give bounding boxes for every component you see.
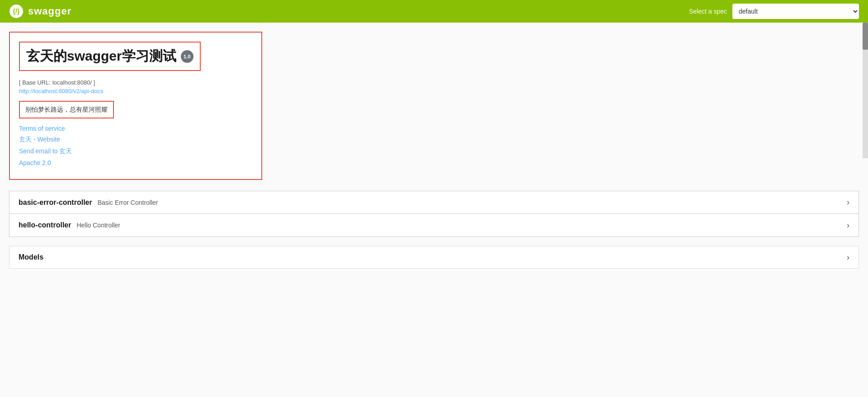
svg-text:{/}: {/} — [13, 8, 20, 15]
controllers-section: basic-error-controller Basic Error Contr… — [9, 191, 859, 237]
main-content: 玄天的swagger学习测试 1.0 [ Base URL: localhost… — [0, 23, 868, 397]
chevron-right-icon: › — [847, 198, 849, 207]
controllers-wrapper: basic-error-controller Basic Error Contr… — [9, 191, 859, 237]
license-link[interactable]: Apache 2.0 — [19, 159, 252, 166]
brand-name: swagger — [28, 5, 71, 17]
info-block: 玄天的swagger学习测试 1.0 [ Base URL: localhost… — [9, 32, 262, 180]
controller-description-hello: Hello Controller — [76, 222, 120, 229]
email-link[interactable]: Send email to 玄天 — [19, 147, 252, 156]
terms-of-service-link[interactable]: Terms of service — [19, 125, 252, 132]
swagger-logo-icon: {/} — [9, 4, 24, 19]
controller-left: hello-controller Hello Controller — [19, 221, 120, 229]
app-header: {/} swagger Select a spec default — [0, 0, 868, 23]
select-spec-label: Select a spec — [689, 8, 727, 15]
models-section: Models › — [9, 246, 859, 269]
spec-selector-area: Select a spec default — [689, 4, 859, 19]
models-chevron-icon: › — [847, 253, 849, 262]
scrollbar-thumb[interactable] — [863, 23, 868, 50]
controller-description-basic-error: Basic Error Controller — [98, 199, 158, 206]
scrollbar-track[interactable] — [863, 23, 868, 158]
models-label: Models — [19, 253, 43, 261]
controller-name-basic-error: basic-error-controller — [19, 198, 92, 207]
website-link[interactable]: 玄天 - Website — [19, 136, 252, 144]
chevron-right-icon: › — [847, 221, 849, 230]
version-badge: 1.0 — [181, 50, 193, 63]
info-title-block: 玄天的swagger学习测试 1.0 — [19, 42, 201, 71]
description-block: 别怕梦长路远，总有星河照耀 — [19, 101, 114, 118]
controller-row-basic-error[interactable]: basic-error-controller Basic Error Contr… — [9, 191, 859, 214]
controller-name-hello: hello-controller — [19, 221, 71, 229]
base-url: [ Base URL: localhost:8080/ ] — [19, 79, 252, 86]
app-title: 玄天的swagger学习测试 — [26, 47, 176, 66]
spec-select[interactable]: default — [732, 4, 859, 19]
api-docs-link[interactable]: http://localhost:8080/v2/api-docs — [19, 88, 252, 95]
brand-area: {/} swagger — [9, 4, 71, 19]
controller-left: basic-error-controller Basic Error Contr… — [19, 198, 158, 207]
description-text: 别怕梦长路远，总有星河照耀 — [25, 106, 108, 113]
controller-row-hello[interactable]: hello-controller Hello Controller › — [9, 214, 859, 236]
models-row[interactable]: Models › — [9, 246, 859, 269]
